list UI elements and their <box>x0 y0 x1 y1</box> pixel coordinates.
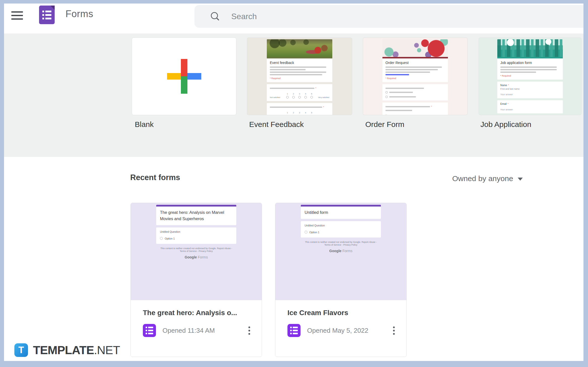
cityscape-header-image <box>497 39 563 57</box>
preview-question: Untitled Question <box>160 230 233 233</box>
search-input[interactable] <box>231 12 583 21</box>
templatenet-logo-icon: T <box>14 343 28 357</box>
mini-form-title: Job application form <box>500 61 560 65</box>
required-note: * Required <box>385 77 445 80</box>
your-answer-hint: Your answer <box>385 114 445 115</box>
preview-option: Option 1 <box>309 231 319 234</box>
google-forms-wordmark: Google Forms <box>301 249 381 253</box>
template-label-job-application: Job Application <box>480 120 531 129</box>
templatenet-watermark: T TEMPLATE.NET <box>14 343 120 357</box>
template-card-event-feedback[interactable]: Event feedback * Required * 1 <box>247 38 352 115</box>
brand-tld: .NET <box>94 343 120 357</box>
preview-form-title: The great hero: Analysis on Marvel Movie… <box>160 209 233 222</box>
text-line <box>270 107 322 108</box>
mini-form-title: Order Request <box>385 61 445 65</box>
google-forms-wordmark: Google Forms <box>156 255 236 259</box>
template-label-order-form: Order Form <box>365 120 404 129</box>
more-options-icon[interactable] <box>246 325 253 336</box>
text-line <box>500 69 557 70</box>
order-form-preview: Order Request * Required <box>382 39 448 115</box>
required-note: * Required <box>500 75 560 77</box>
text-line <box>270 88 314 89</box>
radio-icon <box>292 96 295 98</box>
your-answer-hint: Your answer <box>500 93 560 96</box>
form-preview: Untitled form Untitled Question Option 1… <box>275 203 406 300</box>
form-title: Ice Cream Flavors <box>287 309 397 317</box>
radio-icon <box>385 96 388 98</box>
owned-by-filter[interactable]: Owned by anyone <box>452 174 523 183</box>
text-line <box>500 72 536 73</box>
radio-icon <box>160 237 163 240</box>
owned-by-label: Owned by anyone <box>452 174 513 183</box>
text-line <box>385 69 438 70</box>
job-application-preview: Job application form * Required Name * F… <box>497 39 563 115</box>
event-feedback-preview: Event feedback * Required * 1 <box>267 39 332 115</box>
main-menu-icon[interactable] <box>11 11 23 20</box>
link-line <box>385 74 409 75</box>
text-line <box>270 74 322 75</box>
your-answer-hint: Your answer <box>500 108 560 111</box>
text-line <box>385 88 424 89</box>
search-icon <box>211 12 220 21</box>
form-title: The great hero: Analysis o... <box>143 309 253 317</box>
text-line <box>270 66 326 68</box>
forms-file-icon <box>287 324 301 337</box>
floral-header-image <box>382 39 448 57</box>
radio-icon <box>385 91 388 93</box>
text-line <box>389 92 413 93</box>
template-card-job-application[interactable]: Job application form * Required Name * F… <box>479 38 581 115</box>
brand-name: TEMPLATE <box>33 343 94 357</box>
template-card-blank[interactable] <box>132 38 236 115</box>
search-bar[interactable] <box>194 5 583 28</box>
preview-option: Option 1 <box>165 237 175 240</box>
rating-scale: 1 2 3 4 5 Not sati <box>270 93 329 98</box>
radio-icon <box>305 231 307 233</box>
preview-disclaimer: This content is neither created nor endo… <box>301 241 381 247</box>
opened-timestamp: Opened May 5, 2022 <box>307 327 368 335</box>
chevron-down-icon <box>518 178 523 181</box>
radio-icon <box>286 96 289 98</box>
text-line <box>270 69 306 70</box>
radio-icon <box>298 96 301 98</box>
card-footer: The great hero: Analysis o... Opened 11:… <box>131 300 262 357</box>
recent-form-card[interactable]: The great hero: Analysis on Marvel Movie… <box>130 203 262 357</box>
picnic-header-image <box>267 39 332 57</box>
template-card-order-form[interactable]: Order Request * Required <box>363 38 467 115</box>
text-line <box>500 66 557 68</box>
opened-timestamp: Opened 11:34 AM <box>162 327 215 335</box>
app-window: Forms Event feedback <box>4 4 583 361</box>
field-hint: First and last name <box>500 88 560 90</box>
top-app-bar: Forms <box>4 4 583 34</box>
preview-question: Untitled Question <box>305 224 377 227</box>
recent-forms-heading: Recent forms <box>130 173 180 182</box>
form-preview: The great hero: Analysis on Marvel Movie… <box>131 203 262 300</box>
new-blank-plus-icon <box>167 59 201 94</box>
text-line <box>385 110 412 111</box>
logo-fold-corner <box>50 6 55 10</box>
forms-file-icon <box>143 324 156 337</box>
card-footer: Ice Cream Flavors Opened May 5, 2022 <box>275 300 406 357</box>
mini-form-title: Event feedback <box>270 61 329 65</box>
text-line <box>270 72 326 73</box>
template-label-blank: Blank <box>135 120 154 129</box>
radio-icon <box>310 96 313 98</box>
field-label: Name <box>500 84 507 87</box>
preview-disclaimer: This content is neither created nor endo… <box>156 247 236 253</box>
text-line <box>389 96 416 97</box>
page-title: Forms <box>66 9 93 19</box>
text-line <box>385 66 442 68</box>
field-label: Email <box>500 103 507 105</box>
more-options-icon[interactable] <box>390 325 397 336</box>
text-line <box>385 72 430 73</box>
text-line <box>385 106 430 107</box>
template-gallery: Event feedback * Required * 1 <box>4 34 583 157</box>
recent-form-card[interactable]: Untitled form Untitled Question Option 1… <box>275 203 407 357</box>
preview-form-title: Untitled form <box>305 209 377 216</box>
required-note: * Required <box>270 77 329 80</box>
template-label-event-feedback: Event Feedback <box>249 120 304 129</box>
radio-icon <box>304 96 307 98</box>
